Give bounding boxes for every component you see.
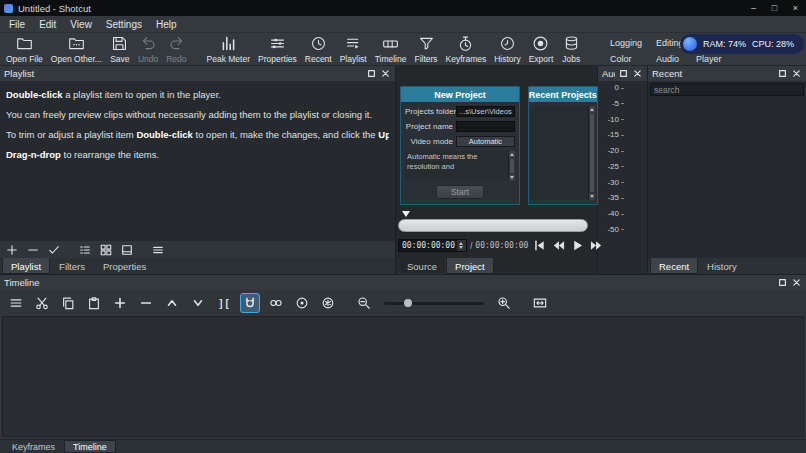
hint-scrollbar[interactable] [508,151,515,181]
rewind-button[interactable] [550,238,567,253]
project-name-input[interactable] [456,121,515,132]
lift-button[interactable] [162,293,182,313]
maximize-button[interactable]: □ [764,0,785,16]
tab-source[interactable]: Source [398,258,446,274]
close-button[interactable]: × [785,0,806,16]
redo-button[interactable]: Redo [162,34,190,65]
undo-button[interactable]: Undo [134,34,162,65]
update-button[interactable] [47,243,61,257]
recent-projects-list[interactable] [531,106,588,200]
open-other-button[interactable]: Open Other... [47,34,106,65]
timeline-float-button[interactable] [777,277,788,288]
recent-files-list[interactable] [648,98,806,258]
ripple-delete-button[interactable] [136,293,156,313]
menu-help[interactable]: Help [149,16,184,32]
playlist-menu-button[interactable] [151,243,165,257]
ripple-all-tracks-button[interactable] [318,293,338,313]
split-button[interactable]: ][ [214,293,234,313]
append-button[interactable] [110,293,130,313]
minimize-button[interactable]: – [743,0,764,16]
zoom-out-button[interactable] [354,293,374,313]
tab-timeline[interactable]: Timeline [64,440,116,453]
timecode-spinbox[interactable]: 00:00:00:00 [398,239,467,252]
recent-panel: Recent Recent History [648,66,806,274]
scroll-thumb[interactable] [510,159,514,173]
scrub-while-dragging-button[interactable] [266,293,286,313]
export-button[interactable]: Export [525,34,558,65]
menu-view[interactable]: View [63,16,99,32]
keyframes-button[interactable]: Keyframes [442,34,491,65]
scroll-down-icon[interactable] [589,193,595,200]
scroll-down-icon[interactable] [509,174,515,181]
skip-start-button[interactable] [531,238,548,253]
zoom-fit-button[interactable] [530,293,550,313]
layout-color-button[interactable]: Color [610,54,652,64]
seek-bar[interactable] [398,219,588,232]
playlist-toolbar [0,241,395,258]
timeline-tracks-area[interactable] [2,316,804,437]
tab-project[interactable]: Project [446,258,494,274]
recent-projects-scrollbar[interactable] [588,106,595,200]
ripple-button[interactable] [292,293,312,313]
zoom-slider-track[interactable] [384,302,484,305]
playlist-help-text: Double-click a playlist item to open it … [0,81,395,241]
view-tiles-button[interactable] [99,243,113,257]
layout-audio-button[interactable]: Audio [656,54,692,64]
view-details-button[interactable] [78,243,92,257]
recent-button[interactable]: Recent [301,34,336,65]
zoom-in-button[interactable] [494,293,514,313]
menu-settings[interactable]: Settings [99,16,149,32]
tab-history[interactable]: History [698,258,746,274]
timeline-button[interactable]: Timeline [371,34,411,65]
search-input[interactable] [650,83,804,96]
audio-peak-meter-panel: Audi... 0 -5 -10 -15 -20 -25 -30 -35 -40… [598,66,648,274]
audio-float-button[interactable] [618,68,629,79]
scroll-thumb[interactable] [590,114,594,192]
recent-close-button[interactable] [791,68,802,79]
snap-button[interactable] [240,293,260,313]
playlist-float-button[interactable] [366,68,377,79]
save-button[interactable]: Save [106,34,134,65]
playlist-button[interactable]: Playlist [336,34,371,65]
zoom-slider-handle[interactable] [404,299,412,307]
fast-forward-button[interactable] [588,238,605,253]
tab-keyframes[interactable]: Keyframes [3,440,64,453]
tab-properties[interactable]: Properties [94,258,155,274]
paste-button[interactable] [84,293,104,313]
play-button[interactable] [569,238,586,253]
timeline-close-button[interactable] [791,277,802,288]
start-button[interactable]: Start [436,185,484,199]
menu-edit[interactable]: Edit [32,16,63,32]
audio-close-button[interactable] [632,68,643,79]
remove-button[interactable] [26,243,40,257]
jobs-button[interactable]: Jobs [557,34,585,65]
video-mode-dropdown[interactable]: Automatic [456,136,515,147]
filters-button[interactable]: Filters [410,34,441,65]
projects-folder-field[interactable]: ...s\User\Videos [456,106,515,117]
layout-logging-button[interactable]: Logging [610,38,652,48]
tab-filters[interactable]: Filters [50,258,94,274]
menu-file[interactable]: File [2,16,32,32]
video-mode-label: Video mode [405,137,453,146]
view-icons-button[interactable] [120,243,134,257]
scroll-up-icon[interactable] [589,106,595,113]
timecode-spinner[interactable] [457,240,466,251]
open-file-button[interactable]: Open File [2,34,47,65]
properties-button[interactable]: Properties [254,34,301,65]
history-button[interactable]: History [490,34,524,65]
zoom-slider[interactable] [384,293,484,313]
layout-player-button[interactable]: Player [696,54,722,64]
tab-recent[interactable]: Recent [650,258,698,274]
add-button[interactable] [5,243,19,257]
tab-playlist[interactable]: Playlist [2,258,50,274]
peak-meter-button[interactable]: Peak Meter [203,34,254,65]
playlist-close-button[interactable] [380,68,391,79]
cut-button[interactable] [32,293,52,313]
overwrite-button[interactable] [188,293,208,313]
playlist-help-line: Drag-n-drop to rearrange the items. [6,149,389,160]
copy-button[interactable] [58,293,78,313]
player-area: New Project Projects folder ...s\User\Vi… [396,66,598,274]
scroll-up-icon[interactable] [509,151,515,158]
recent-float-button[interactable] [777,68,788,79]
timeline-menu-button[interactable] [6,293,26,313]
